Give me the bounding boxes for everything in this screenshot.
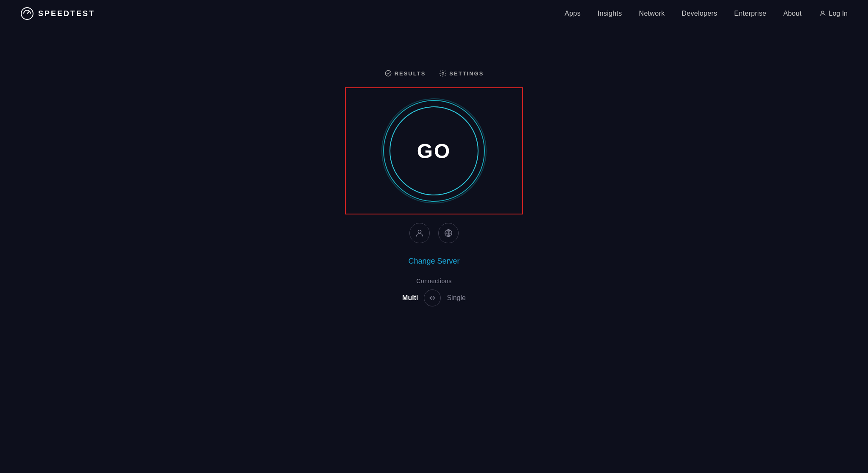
gear-icon — [439, 70, 447, 77]
connections-label: Connections — [416, 278, 451, 284]
nav-item-apps[interactable]: Apps — [565, 10, 581, 17]
user-circle-button[interactable] — [409, 223, 430, 243]
connections-area: Connections Multi Single — [402, 278, 466, 306]
svg-point-5 — [418, 230, 421, 233]
go-button[interactable]: GO — [389, 106, 479, 195]
svg-line-1 — [27, 11, 30, 14]
person-icon — [415, 228, 424, 238]
main-nav: Apps Insights Network Developers Enterpr… — [565, 10, 848, 17]
arrows-icon — [428, 294, 437, 302]
tab-results-label: RESULTS — [395, 70, 426, 77]
connections-toggle: Multi Single — [402, 289, 466, 306]
main-content: RESULTS SETTINGS GO — [0, 27, 868, 306]
nav-item-about[interactable]: About — [783, 10, 801, 17]
logo[interactable]: SPEEDTEST — [20, 7, 95, 20]
speedtest-logo-icon — [20, 7, 34, 20]
svg-point-3 — [385, 70, 391, 76]
go-label: GO — [417, 139, 451, 163]
svg-point-4 — [442, 72, 444, 75]
svg-point-2 — [821, 11, 824, 14]
header: SPEEDTEST Apps Insights Network Develope… — [0, 0, 868, 27]
below-box-icons — [409, 223, 459, 243]
connections-icon-button[interactable] — [424, 289, 441, 306]
nav-item-network[interactable]: Network — [639, 10, 665, 17]
check-circle-icon — [384, 70, 392, 77]
login-link[interactable]: Log In — [819, 10, 848, 17]
single-option[interactable]: Single — [447, 294, 465, 302]
tab-settings-label: SETTINGS — [449, 70, 484, 77]
tab-results[interactable]: RESULTS — [384, 70, 426, 77]
nav-item-developers[interactable]: Developers — [682, 10, 717, 17]
change-server-link[interactable]: Change Server — [408, 257, 459, 266]
nav-item-enterprise[interactable]: Enterprise — [734, 10, 766, 17]
multi-option[interactable]: Multi — [402, 294, 418, 302]
user-icon — [819, 10, 826, 17]
go-outer-ring: GO — [383, 100, 485, 202]
globe-icon — [444, 228, 453, 238]
tab-settings[interactable]: SETTINGS — [439, 70, 484, 77]
tabs-bar: RESULTS SETTINGS — [384, 70, 484, 77]
speedtest-area: GO — [345, 87, 523, 214]
logo-text: SPEEDTEST — [38, 9, 95, 18]
globe-circle-button[interactable] — [438, 223, 459, 243]
nav-item-insights[interactable]: Insights — [598, 10, 622, 17]
login-label: Log In — [829, 10, 848, 17]
